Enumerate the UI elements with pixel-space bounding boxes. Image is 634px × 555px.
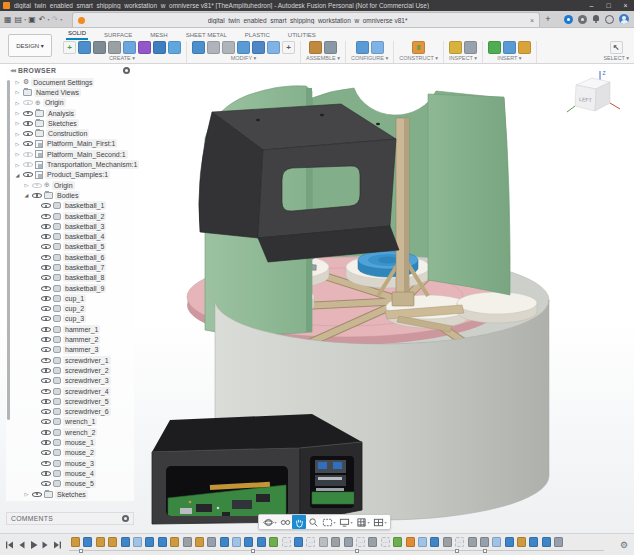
timeline-group-marker[interactable] [483,549,487,553]
measure-icon[interactable] [449,41,462,54]
go-to-end-button[interactable] [52,539,63,551]
visibility-eye-icon[interactable] [41,295,51,302]
visibility-eye-icon[interactable] [32,192,42,199]
browser-collapse-icon[interactable]: ◀◀ [10,68,15,73]
tab-mesh[interactable]: MESH [148,31,169,40]
browser-tree-item[interactable]: ▷Analysis [12,108,134,118]
rectangular-pattern-icon[interactable] [123,41,136,54]
timeline-feature-gray-icon[interactable] [331,537,340,547]
create-form-icon[interactable] [138,41,151,54]
browser-options-icon[interactable] [123,67,130,74]
browser-tree-item[interactable]: basketball_1 [12,201,134,211]
browser-tree-item[interactable]: ▷Transportation_Mechanism:1 [12,159,134,169]
timeline-feature-light-icon[interactable] [232,537,241,547]
browser-tree-item[interactable]: screwdriver_1 [12,355,134,365]
group-label[interactable]: SELECT ▾ [603,55,629,61]
browser-tree-item[interactable]: ▷⊕Origin [12,180,134,190]
timeline-feature-flag-icon[interactable] [554,537,563,547]
timeline-feature-green-icon[interactable] [393,537,402,547]
visibility-eye-icon[interactable] [41,449,51,456]
browser-tree-item[interactable]: screwdriver_6 [12,407,134,417]
green-wall-right[interactable] [428,94,510,295]
expand-arrow-icon[interactable]: ▷ [14,141,21,147]
visibility-eye-icon[interactable] [41,213,51,220]
form-car-icon[interactable] [93,41,106,54]
timeline-group-marker[interactable] [79,549,83,553]
create-points-icon[interactable] [168,41,181,54]
select-icon[interactable]: ↖ [610,41,623,54]
timeline-feature-sketch-icon[interactable] [96,537,105,547]
timeline-feature-sketch-icon[interactable] [108,537,117,547]
expand-arrow-icon[interactable]: ▷ [14,89,21,95]
timeline-feature-extrude-icon[interactable] [257,537,266,547]
timeline-feature-ghost-icon[interactable]: ⋯ [356,537,365,547]
visibility-eye-icon[interactable] [41,408,51,415]
browser-tree-item[interactable]: screwdriver_3 [12,376,134,386]
timeline-feature-sketch-icon[interactable] [195,537,204,547]
visibility-eye-icon[interactable] [41,388,51,395]
sweep-icon[interactable] [153,41,166,54]
visibility-eye-icon[interactable] [41,429,51,436]
document-tab[interactable]: digital_twin_enabled_smart_shipping_work… [72,12,540,27]
profile-avatar[interactable] [619,14,629,24]
expand-arrow-icon[interactable]: ▷ [23,491,30,497]
timeline-feature-flag-icon[interactable] [480,537,489,547]
visibility-eye-icon[interactable] [41,264,51,271]
extensions-icon[interactable] [564,15,573,24]
view-cube[interactable]: Z LEFT [566,68,626,122]
browser-tree-item[interactable]: mouse_1 [12,437,134,447]
visibility-eye-icon[interactable] [32,491,42,498]
combine-icon[interactable] [252,41,265,54]
visibility-eye-icon[interactable] [41,305,51,312]
undo-icon[interactable]: ↶ [38,12,47,27]
expand-arrow-icon[interactable]: ◢ [14,172,21,178]
maximize-button[interactable]: □ [600,0,617,11]
fit-icon[interactable]: ▾ [320,515,337,529]
visibility-eye-icon[interactable] [41,254,51,261]
timeline-feature-extrude-icon[interactable] [542,537,551,547]
group-label[interactable]: CONFIGURE ▾ [351,55,388,61]
visibility-eye-icon[interactable] [41,336,51,343]
browser-tree-item[interactable]: basketball_6 [12,252,134,262]
timeline-feature-extrude-icon[interactable] [83,537,92,547]
timeline-feature-sketch-icon[interactable] [170,537,179,547]
timeline-feature-extrude-icon[interactable] [430,537,439,547]
visibility-eye-icon[interactable] [41,326,51,333]
revolve-icon[interactable] [108,41,121,54]
browser-tree-item[interactable]: cup_3 [12,314,134,324]
timeline-feature-ghost-icon[interactable]: ⋯ [282,537,291,547]
notifications-icon[interactable] [592,15,600,23]
tab-plastic[interactable]: PLASTIC [243,31,272,40]
browser-tree-item[interactable]: ▷Named Views [12,87,134,97]
insert-mesh-icon[interactable] [503,41,516,54]
tab-surface[interactable]: SURFACE [102,31,134,40]
tab-utilities[interactable]: UTILITIES [286,31,318,40]
browser-tree-item[interactable]: ▷Platform_Main_Second:1 [12,149,134,159]
visibility-eye-icon[interactable] [41,418,51,425]
close-button[interactable]: × [617,0,634,11]
browser-tree-item[interactable]: screwdriver_2 [12,365,134,375]
visibility-eye-icon[interactable] [41,377,51,384]
visibility-eye-icon[interactable] [23,110,33,117]
browser-tree-item[interactable]: ▷⚙Document Settings [12,77,134,87]
play-button[interactable] [28,539,39,551]
timeline-group-marker[interactable] [455,549,459,553]
timeline-feature-extrude-icon[interactable] [505,537,514,547]
visibility-eye-icon[interactable] [23,171,33,178]
timeline-feature-orange-icon[interactable] [406,537,415,547]
design-canvas[interactable]: Z LEFT ◀◀ BROWSER ▷⚙Document Settings▷Na… [0,64,634,533]
timeline-feature-ghost-icon[interactable]: ⋯ [306,537,315,547]
grid-settings-icon[interactable]: ▾ [354,515,371,529]
expand-arrow-icon[interactable]: ▷ [14,100,21,106]
browser-tree-item[interactable]: mouse_4 [12,468,134,478]
offset-face-icon[interactable] [267,41,280,54]
browser-tree-item[interactable]: hammer_3 [12,345,134,355]
browser-tree-item[interactable]: screwdriver_5 [12,396,134,406]
timeline-feature-extrude-icon[interactable] [529,537,538,547]
display-settings-icon[interactable]: ▾ [337,515,354,529]
chamfer-icon[interactable] [222,41,235,54]
group-label[interactable]: INSPECT ▾ [449,55,477,61]
visibility-eye-icon[interactable] [41,223,51,230]
visibility-eye-icon[interactable] [41,480,51,487]
construction-plane-icon[interactable]: ‖ [412,41,425,54]
